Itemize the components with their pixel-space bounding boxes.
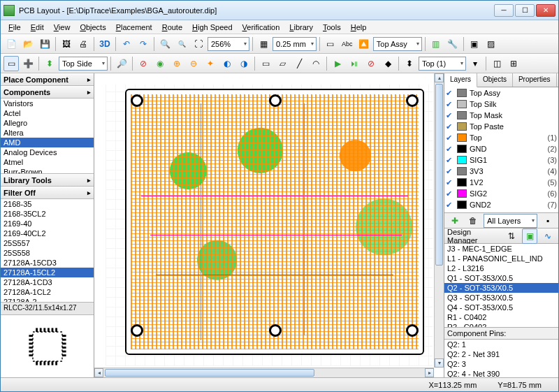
color-swatch[interactable] bbox=[457, 167, 467, 175]
part-item[interactable]: 27128A-15CL2 bbox=[1, 268, 94, 277]
component-item[interactable]: Burr-Brown bbox=[1, 167, 94, 174]
print-icon[interactable]: 🖨 bbox=[75, 36, 91, 52]
part-item[interactable]: 27128A-1CD3 bbox=[1, 277, 94, 287]
shape-line-icon[interactable]: ╱ bbox=[291, 56, 307, 71]
color-swatch[interactable] bbox=[457, 145, 467, 153]
layer-row[interactable]: ✔GND(2) bbox=[444, 143, 558, 154]
design-manager-list[interactable]: J3 - MEC-1_EDGEL1 - PANASONIC_ELL_INDL2 … bbox=[444, 244, 558, 328]
pan-icon[interactable]: ➕ bbox=[20, 56, 36, 71]
part-item[interactable]: 2168-35 bbox=[1, 199, 94, 209]
layer-row[interactable]: ✔Top Paste bbox=[444, 121, 558, 132]
route-g-icon[interactable]: ◑ bbox=[236, 56, 252, 71]
shape-poly-icon[interactable]: ▱ bbox=[275, 56, 290, 71]
part-item[interactable]: 27128A-15CD3 bbox=[1, 258, 94, 268]
drc-icon[interactable]: ▥ bbox=[428, 36, 444, 52]
tool-a-icon[interactable]: 🔧 bbox=[445, 36, 460, 52]
menu-view[interactable]: View bbox=[49, 22, 75, 33]
part-item[interactable]: 25S557 bbox=[1, 238, 94, 248]
dm-item[interactable]: Q1 - SOT-353/X0.5 bbox=[444, 273, 558, 283]
component-item[interactable]: Varistors bbox=[1, 99, 94, 108]
layer-row[interactable]: ✔1V2(5) bbox=[444, 177, 558, 188]
route-c-icon[interactable]: ⊕ bbox=[169, 56, 184, 71]
part-item[interactable]: 2169-40CL2 bbox=[1, 228, 94, 238]
layer-row[interactable]: ✔GND2(7) bbox=[444, 199, 558, 210]
layer-row[interactable]: ✔3V3(4) bbox=[444, 166, 558, 177]
menu-tools[interactable]: Tools bbox=[318, 22, 346, 33]
parts-list[interactable]: 2168-352168-35CL22169-402169-40CL225S557… bbox=[1, 199, 94, 303]
pin-item[interactable]: Q2: 1 bbox=[444, 340, 558, 349]
part-item[interactable]: 2168-35CL2 bbox=[1, 209, 94, 219]
dm-item[interactable]: R2 - C0402 bbox=[444, 322, 558, 328]
component-item[interactable]: Altera bbox=[1, 128, 94, 138]
play-icon[interactable]: ▶ bbox=[330, 56, 345, 71]
check-icon[interactable]: ✔ bbox=[446, 156, 454, 165]
component-item[interactable]: Atmel bbox=[1, 157, 94, 167]
close-button[interactable]: ✕ bbox=[536, 4, 556, 17]
dm-sort-icon[interactable]: ⇅ bbox=[504, 228, 519, 244]
shape-arc-icon[interactable]: ◠ bbox=[308, 56, 324, 71]
part-item[interactable]: 2169-40 bbox=[1, 219, 94, 228]
step-icon[interactable]: ⏯ bbox=[347, 56, 362, 71]
side-icon[interactable]: ⬍ bbox=[42, 56, 57, 71]
check-icon[interactable]: ✔ bbox=[446, 89, 454, 98]
check-icon[interactable]: ✔ bbox=[446, 122, 454, 131]
menu-placement[interactable]: Placement bbox=[111, 22, 157, 33]
h-scrollbar[interactable]: ◂▸ bbox=[94, 368, 434, 377]
layers-list[interactable]: ✔Top Assy✔Top Silk✔Top Mask✔Top Paste✔To… bbox=[444, 87, 558, 213]
pcb-canvas[interactable]: ▴▾ ◂▸ bbox=[94, 73, 444, 377]
shape-rect-icon[interactable]: ▭ bbox=[258, 56, 273, 71]
tool-b-icon[interactable]: ▣ bbox=[467, 36, 482, 52]
part-item[interactable]: 25S558 bbox=[1, 248, 94, 258]
stop-icon[interactable]: ⊘ bbox=[363, 56, 379, 71]
place-component-header[interactable]: Place Component▸ bbox=[1, 73, 94, 86]
layer-row[interactable]: ✔Top Mask bbox=[444, 110, 558, 121]
preview-icon[interactable]: 🖼 bbox=[59, 36, 74, 52]
zoom-area-icon[interactable]: ⛶ bbox=[191, 36, 206, 52]
3d-button[interactable]: 3D bbox=[97, 36, 112, 52]
maximize-button[interactable]: ☐ bbox=[515, 4, 535, 17]
layer-opts-icon[interactable]: ▪ bbox=[540, 213, 556, 228]
layer-row[interactable]: ✔Top Assy bbox=[444, 87, 558, 99]
add-layer-icon[interactable]: ✚ bbox=[447, 213, 463, 228]
color-swatch[interactable] bbox=[457, 111, 467, 119]
layer-opt-icon[interactable]: ▾ bbox=[467, 56, 483, 71]
filter-header[interactable]: Filter Off▸ bbox=[1, 187, 94, 199]
layer-filter-select[interactable]: All Layers bbox=[484, 214, 537, 228]
tab-properties[interactable]: Properties bbox=[513, 73, 557, 87]
dm-item[interactable]: J3 - MEC-1_EDGE bbox=[444, 244, 558, 254]
side-select[interactable]: Top Side bbox=[59, 57, 108, 71]
color-swatch[interactable] bbox=[457, 178, 467, 187]
menu-edit[interactable]: Edit bbox=[26, 22, 49, 33]
layer-row[interactable]: ✔SIG1(3) bbox=[444, 154, 558, 166]
layer-row[interactable]: ✔Top(1) bbox=[444, 132, 558, 143]
menu-high-speed[interactable]: High Speed bbox=[187, 22, 238, 33]
component-item[interactable]: Actel bbox=[1, 108, 94, 118]
menu-file[interactable]: File bbox=[3, 22, 26, 33]
assy-select[interactable]: Top Assy bbox=[373, 37, 422, 51]
check-icon[interactable]: ✔ bbox=[446, 111, 454, 120]
color-swatch[interactable] bbox=[457, 156, 467, 164]
route-a-icon[interactable]: ⊘ bbox=[136, 56, 151, 71]
menu-help[interactable]: Help bbox=[346, 22, 372, 33]
menu-library[interactable]: Library bbox=[284, 22, 318, 33]
layer-select[interactable]: Top (1) bbox=[419, 57, 466, 71]
library-tools-header[interactable]: Library Tools▸ bbox=[1, 174, 94, 187]
layer-row[interactable]: ✔Top Silk bbox=[444, 99, 558, 110]
layer-row[interactable]: ✔SIG2(6) bbox=[444, 188, 558, 199]
misc-b-icon[interactable]: ⊞ bbox=[506, 56, 521, 71]
undo-icon[interactable]: ↶ bbox=[119, 36, 134, 52]
tab-objects[interactable]: Objects bbox=[477, 73, 513, 87]
color-swatch[interactable] bbox=[457, 122, 467, 131]
part-item[interactable]: 27128A-1CL2 bbox=[1, 287, 94, 297]
check-icon[interactable]: ✔ bbox=[446, 133, 454, 143]
dm-item[interactable]: Q3 - SOT-353/X0.5 bbox=[444, 293, 558, 303]
route-f-icon[interactable]: ◐ bbox=[219, 56, 235, 71]
zoom-select[interactable]: 256% bbox=[208, 37, 249, 51]
component-item[interactable]: Allegro bbox=[1, 118, 94, 128]
pin-item[interactable]: Q2: 4 - Net 390 bbox=[444, 369, 558, 377]
check-icon[interactable]: ✔ bbox=[446, 201, 454, 210]
open-icon[interactable]: 📂 bbox=[20, 36, 36, 52]
dm-item[interactable]: Q2 - SOT-353/X0.5 bbox=[444, 283, 558, 293]
components-header[interactable]: Components▸ bbox=[1, 86, 94, 99]
minimize-button[interactable]: ─ bbox=[494, 4, 514, 17]
